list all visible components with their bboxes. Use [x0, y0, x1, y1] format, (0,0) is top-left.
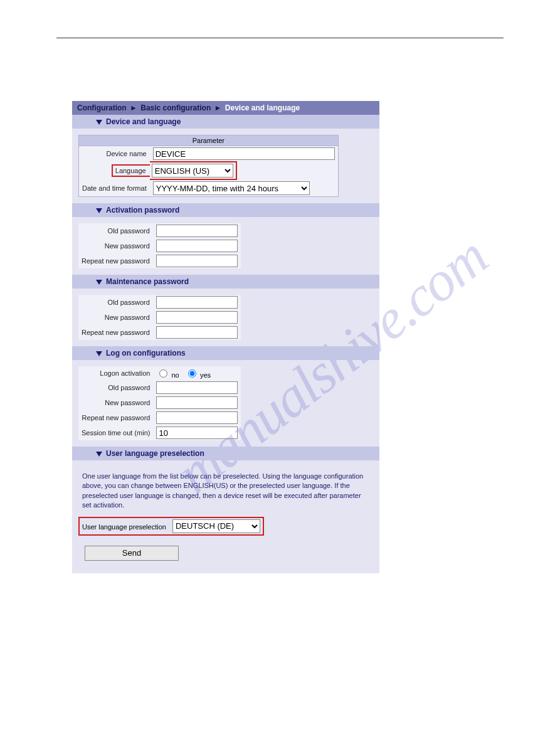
caret-down-icon: [96, 351, 102, 356]
section-userlang[interactable]: User language preselection: [72, 447, 379, 460]
section-activation[interactable]: Activation password: [72, 203, 379, 217]
userlang-label: User language preselection: [82, 522, 166, 530]
logon-activation-label: Logon activation: [78, 366, 153, 380]
userlang-subpanel: One user language from the list below ca…: [72, 460, 379, 573]
activation-repeat-input[interactable]: [156, 255, 238, 267]
caret-down-icon: [96, 280, 102, 285]
logon-new-input[interactable]: [156, 396, 238, 409]
maintenance-repeat-label: Repeat new password: [78, 325, 153, 340]
userlang-select[interactable]: DEUTSCH (DE): [172, 519, 260, 533]
section-activation-title: Activation password: [106, 206, 179, 215]
logon-repeat-input[interactable]: [156, 411, 238, 424]
breadcrumb-sep-1: ►: [130, 103, 137, 112]
device-name-label: Device name: [79, 146, 150, 162]
section-device-language[interactable]: Device and language: [72, 115, 379, 129]
section-maintenance-title: Maintenance password: [106, 277, 189, 286]
maintenance-new-input[interactable]: [156, 311, 238, 324]
breadcrumb-c: Device and language: [225, 103, 300, 112]
breadcrumb-a[interactable]: Configuration: [77, 103, 127, 112]
logon-repeat-label: Repeat new password: [78, 410, 153, 425]
section-maintenance[interactable]: Maintenance password: [72, 275, 379, 289]
maintenance-new-label: New password: [78, 310, 153, 325]
logon-old-label: Old password: [78, 380, 153, 395]
activation-new-input[interactable]: [156, 240, 238, 252]
datetime-select[interactable]: YYYY-MM-DD, time with 24 hours: [153, 181, 310, 195]
parameter-header: Parameter: [79, 135, 339, 146]
userlang-desc: One user language from the list below ca…: [78, 467, 373, 517]
caret-down-icon: [96, 120, 102, 125]
caret-down-icon: [96, 452, 102, 457]
datetime-label: Date and time format: [79, 180, 150, 197]
logon-subpanel: Logon activation no yes Old password New…: [72, 360, 379, 447]
maintenance-old-label: Old password: [78, 295, 153, 310]
section-logon[interactable]: Log on configurations: [72, 346, 379, 360]
logon-radio-yes-label: yes: [200, 371, 211, 379]
breadcrumb: Configuration ► Basic configuration ► De…: [72, 101, 379, 115]
activation-new-label: New password: [78, 238, 153, 253]
section-device-title: Device and language: [106, 117, 181, 126]
maintenance-repeat-input[interactable]: [156, 326, 238, 339]
logon-old-input[interactable]: [156, 381, 238, 394]
breadcrumb-sep-2: ►: [214, 103, 222, 112]
send-button[interactable]: Send: [85, 546, 179, 561]
activation-subpanel: Old password New password Repeat new pas…: [72, 217, 379, 275]
logon-radio-no[interactable]: [159, 369, 167, 378]
section-logon-title: Log on configurations: [106, 349, 186, 358]
language-label: Language: [115, 167, 146, 174]
logon-radio-yes[interactable]: [188, 369, 196, 378]
maintenance-old-input[interactable]: [156, 296, 238, 309]
logon-new-label: New password: [78, 395, 153, 410]
device-subpanel: Parameter Device name Language ENGL: [72, 129, 379, 203]
logon-timeout-input[interactable]: [156, 426, 238, 439]
section-userlang-title: User language preselection: [106, 449, 204, 458]
config-panel: Configuration ► Basic configuration ► De…: [72, 101, 379, 573]
activation-old-input[interactable]: [156, 225, 238, 237]
caret-down-icon: [96, 208, 102, 213]
language-select[interactable]: ENGLISH (US): [152, 164, 233, 177]
page-divider: [56, 38, 504, 38]
maintenance-subpanel: Old password New password Repeat new pas…: [72, 289, 379, 346]
breadcrumb-b[interactable]: Basic configuration: [140, 103, 211, 112]
device-name-input[interactable]: [153, 147, 335, 160]
logon-radio-no-label: no: [172, 371, 179, 379]
activation-old-label: Old password: [78, 223, 153, 238]
logon-timeout-label: Session time out (min): [78, 425, 153, 440]
activation-repeat-label: Repeat new password: [78, 253, 153, 268]
